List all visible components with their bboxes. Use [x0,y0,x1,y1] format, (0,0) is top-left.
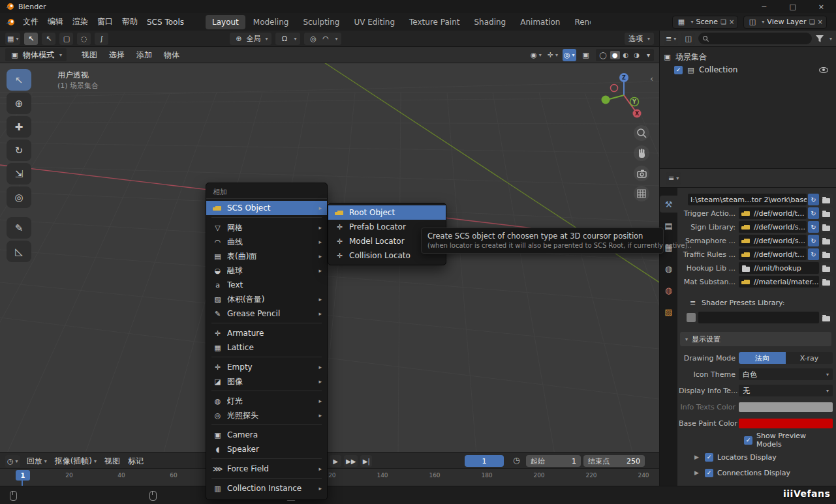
frame-start-field[interactable]: 起始 1 [526,455,581,467]
workspace-tab[interactable]: Sculpting [296,15,346,29]
shading-material-button[interactable]: ◐ [621,51,631,59]
scene-selector[interactable]: ▦ ▾ Scene ❏ × [672,16,738,29]
properties-tab[interactable]: ▨ [660,303,677,320]
tool-button[interactable]: ◎ [7,186,31,208]
menu-item[interactable]: a Text ▸ [206,278,327,292]
checkbox[interactable]: ✓ [744,436,752,445]
mode-dropdown[interactable]: ▣ 物体模式 ▾ [5,48,67,61]
select-lasso-button[interactable]: ∫ [95,33,108,45]
tool-button[interactable]: ✚ [7,116,31,138]
scs-project-path-field[interactable]: I:\steam\steam...tor 2\work\base\ [688,194,807,205]
menu-item[interactable]: SCS Object ▸ [206,201,327,215]
active-tool-button[interactable]: ↖ [24,33,38,45]
properties-tab[interactable]: ◍ [660,282,677,299]
timeline-menu[interactable]: 视图▾ [101,454,124,468]
refresh-button[interactable]: ↻ [808,194,819,205]
menubar-menu[interactable]: 编辑 [43,14,68,29]
menu-item[interactable]: ✎ Grease Pencil ▸ [206,306,327,321]
menu-item[interactable]: ◪ 图像 ▸ [206,374,327,389]
pan-hand-button[interactable] [634,145,649,161]
tool-button[interactable]: ✎ [7,217,31,239]
select-tweak-button[interactable]: ↖ [42,33,55,45]
menu-item[interactable]: ◍ 灯光 ▸ [206,394,327,408]
properties-tab[interactable]: ⚒ [660,196,677,213]
menubar-menu[interactable]: 文件 [18,14,43,29]
remove-view-layer-icon[interactable]: × [818,18,823,25]
viewport-menu[interactable]: 物体 [159,48,184,62]
select-box-button[interactable]: ▢ [59,33,73,45]
preset-swatch-button[interactable] [687,313,696,322]
menubar-menu[interactable]: 渲染 [68,14,93,29]
play-button[interactable]: ▶ [330,455,341,467]
drawing-mode-option[interactable]: X-ray [786,352,833,364]
outliner-display-mode-button[interactable]: ◫ [681,33,695,45]
menu-item[interactable]: ◠ 曲线 ▸ [206,235,327,249]
folder-button[interactable] [820,221,833,233]
workspace-tab[interactable]: UV Editing [347,15,401,29]
menu-item[interactable]: ▨ 体积(音量) ▸ [206,292,327,306]
shading-wireframe-button[interactable]: ◯ [598,51,609,59]
drawing-mode-option[interactable]: 法向 [739,352,786,364]
menu-item[interactable]: ▥ Collection Instance ▸ [206,481,327,496]
library-path-field[interactable]: //unit/hookup [739,262,819,274]
snap-toggle[interactable]: Ω ▾ [275,33,300,45]
library-path-field[interactable]: //def/world/t... [739,207,807,219]
editor-type-button[interactable]: ≡▾ [666,172,681,185]
tool-button[interactable]: ⊕ [7,93,31,114]
menu-item[interactable]: ▦ Lattice ▸ [206,340,327,355]
shading-solid-button[interactable]: ● [610,51,620,59]
menu-item[interactable]: ▤ 表(曲)面 ▸ [206,249,327,263]
menu-item[interactable]: ▸ [206,215,327,220]
visibility-dropdown[interactable]: ◉▾ [529,49,543,61]
outliner-row-scene-collection[interactable]: ▣ 场景集合 [662,50,833,63]
xray-toggle[interactable]: ▣ [580,49,593,61]
close-button[interactable]: × [818,3,824,11]
viewport-menu[interactable]: 选择 [104,48,129,62]
viewport-menu[interactable]: 添加 [132,48,157,62]
tool-button[interactable]: ◺ [7,241,31,262]
transform-orientation-dropdown[interactable]: ⊕ 全局 ▾ [230,33,271,45]
timeline-menu[interactable]: 标记▾ [124,454,147,468]
proportional-editing-toggle[interactable]: ◎ ◠ ▾ [304,33,341,45]
menu-item[interactable]: ▣ Camera ▸ [206,428,327,442]
overlays-toggle[interactable]: ◎▾ [563,49,576,61]
new-scene-icon[interactable]: ❏ [720,18,726,25]
outliner-search[interactable] [698,33,812,44]
collection-checkbox[interactable]: ✓ [674,66,683,74]
outliner-row-collection[interactable]: ✓ ▤ Collection [662,63,833,76]
menu-item[interactable]: ▸ [206,422,327,428]
menubar-menu[interactable]: 窗口 [93,14,117,29]
shading-rendered-button[interactable]: ◑ [632,51,642,59]
next-keyframe-button[interactable]: ▶▶ [344,455,358,467]
search-input[interactable] [712,35,808,43]
workspace-tab[interactable]: Animation [514,15,566,29]
minimize-button[interactable]: − [761,3,767,11]
folder-button[interactable] [820,262,833,274]
icon-theme-dropdown[interactable]: 白色 ▾ [739,368,833,380]
refresh-button[interactable]: ↻ [808,221,819,233]
menu-item[interactable]: ▽ 网格 ▸ [206,220,327,235]
editor-type-button[interactable]: ≡▾ [664,33,678,45]
current-frame-field[interactable]: 1 [465,455,504,467]
display-info-dropdown[interactable]: 无 ▾ [739,385,833,396]
timeline-menu[interactable]: 抠像(插帧)▾ [51,454,101,468]
menu-item[interactable]: ▸ [206,456,327,462]
ortho-toggle-button[interactable] [634,186,649,201]
menu-item[interactable]: ▸ [206,389,327,394]
refresh-button[interactable]: ↻ [808,235,819,246]
menu-item[interactable]: ◖ Speaker ▸ [206,442,327,456]
workspace-tab[interactable]: Shading [467,15,512,29]
playhead[interactable]: 1 [16,470,30,481]
expand-arrow-icon[interactable]: ▶ [694,454,701,460]
menu-item[interactable]: ▸ [206,321,327,326]
tool-button[interactable]: ⇲ [7,163,31,185]
unlink-scene-icon[interactable]: × [729,18,734,25]
frame-end-field[interactable]: 结束点 250 [583,455,645,467]
tool-button[interactable]: ↻ [7,140,31,161]
maximize-button[interactable]: □ [789,3,796,11]
view-layer-selector[interactable]: ◫ ▾ View Layer ❏ × [743,16,827,29]
workspace-tab[interactable]: Rendering [568,15,591,29]
display-settings-panel-header[interactable]: ▾ 显示设置 [680,332,831,346]
library-path-field[interactable]: //def/world/t... [739,248,807,260]
timeline-menu[interactable]: 回放▾ [23,454,51,468]
